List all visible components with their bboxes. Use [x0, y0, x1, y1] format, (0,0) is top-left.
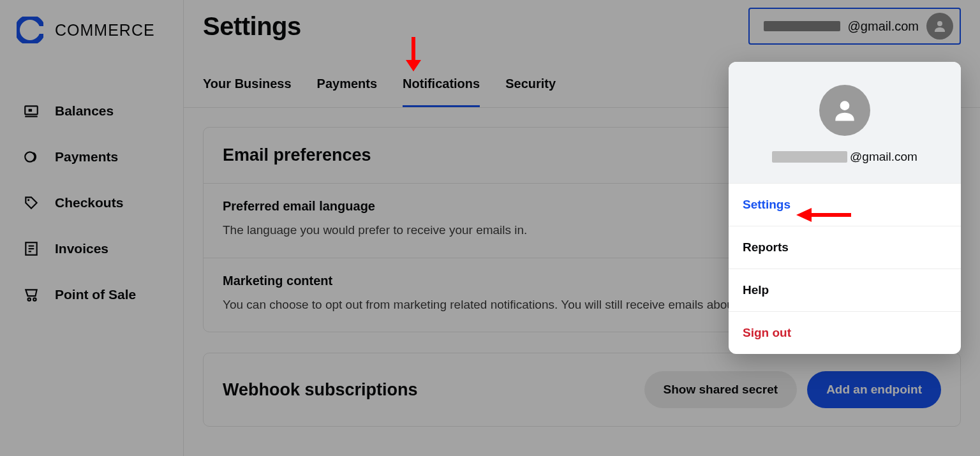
email-redacted: [764, 21, 840, 31]
brand[interactable]: COMMERCE: [0, 10, 183, 59]
sidebar: COMMERCE Balances Payments Checkouts: [0, 0, 183, 456]
sidebar-item-pos[interactable]: Point of Sale: [0, 272, 183, 318]
account-button[interactable]: @gmail.com: [748, 8, 961, 45]
email-suffix: @gmail.com: [848, 19, 919, 34]
tab-security[interactable]: Security: [505, 57, 556, 107]
svg-point-6: [27, 199, 29, 201]
checkouts-icon: [23, 195, 40, 211]
invoices-icon: [23, 240, 40, 257]
app-root: COMMERCE Balances Payments Checkouts: [0, 0, 980, 456]
nav-label: Point of Sale: [55, 287, 136, 302]
dropdown-email: @gmail.com: [772, 150, 917, 164]
svg-rect-1: [33, 26, 43, 34]
sidebar-item-balances[interactable]: Balances: [0, 88, 183, 134]
svg-rect-3: [29, 109, 32, 112]
card-title: Webhook subscriptions: [223, 380, 418, 400]
account-dropdown: @gmail.com Settings Reports Help Sign ou…: [729, 62, 961, 354]
dropdown-item-signout[interactable]: Sign out: [729, 311, 961, 354]
sidebar-item-checkouts[interactable]: Checkouts: [0, 180, 183, 226]
tab-notifications[interactable]: Notifications: [403, 57, 480, 107]
tab-your-business[interactable]: Your Business: [203, 57, 292, 107]
payments-icon: [23, 149, 40, 165]
show-shared-secret-button[interactable]: Show shared secret: [644, 371, 798, 408]
brand-name: COMMERCE: [55, 21, 155, 40]
nav-label: Checkouts: [55, 195, 123, 210]
avatar-icon: [819, 85, 870, 136]
webhook-actions: Show shared secret Add an endpoint: [644, 371, 941, 408]
webhook-header: Webhook subscriptions Show shared secret…: [204, 353, 960, 426]
webhook-card: Webhook subscriptions Show shared secret…: [203, 353, 961, 427]
svg-point-12: [33, 298, 36, 300]
page-title: Settings: [203, 12, 301, 41]
sidebar-item-invoices[interactable]: Invoices: [0, 226, 183, 272]
sidebar-item-payments[interactable]: Payments: [0, 134, 183, 180]
nav-label: Balances: [55, 103, 114, 119]
coinbase-logo-icon: [17, 17, 43, 43]
add-endpoint-button[interactable]: Add an endpoint: [807, 371, 941, 408]
pos-icon: [23, 286, 40, 303]
svg-point-11: [28, 298, 31, 300]
nav-label: Payments: [55, 149, 118, 165]
svg-point-13: [937, 21, 942, 26]
email-redacted: [772, 151, 847, 163]
svg-point-14: [840, 101, 850, 110]
main-header: Settings @gmail.com: [184, 0, 980, 57]
email-suffix: @gmail.com: [850, 150, 917, 164]
dropdown-item-settings[interactable]: Settings: [729, 183, 961, 226]
dropdown-header: @gmail.com: [729, 62, 961, 183]
avatar-icon: [926, 13, 953, 40]
balances-icon: [23, 103, 40, 119]
dropdown-item-reports[interactable]: Reports: [729, 226, 961, 268]
tab-payments[interactable]: Payments: [317, 57, 378, 107]
dropdown-item-help[interactable]: Help: [729, 268, 961, 311]
sidebar-nav: Balances Payments Checkouts Invoices: [0, 88, 183, 318]
nav-label: Invoices: [55, 241, 108, 256]
